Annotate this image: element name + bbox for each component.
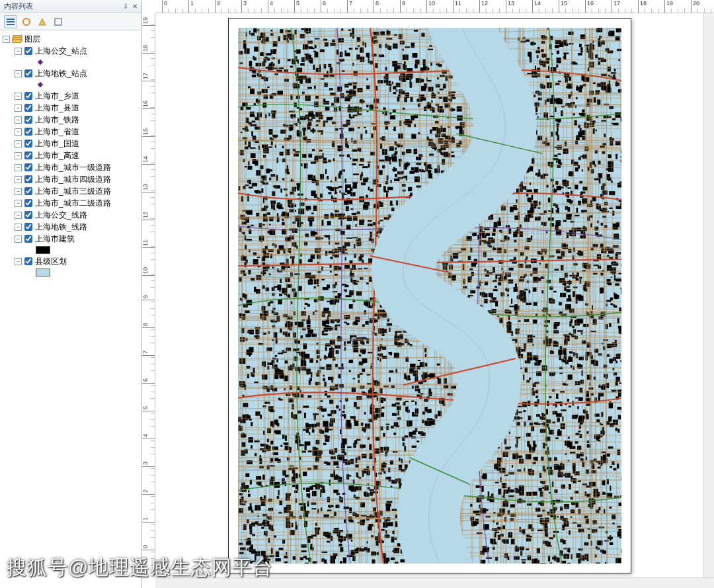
svg-rect-2983 (538, 97, 542, 100)
expand-toggle[interactable]: − (15, 93, 22, 100)
list-by-source-button[interactable] (20, 15, 33, 28)
expand-toggle[interactable]: − (15, 140, 22, 147)
layer-label[interactable]: 县级区划 (35, 256, 67, 267)
layer-symbol[interactable] (15, 57, 141, 67)
svg-marker-4 (39, 19, 46, 25)
svg-rect-489 (490, 538, 495, 543)
layer-symbol[interactable] (15, 267, 141, 278)
layer-label[interactable]: 上海市_城市二级道路 (35, 198, 111, 209)
layer-visibility-checkbox[interactable] (24, 92, 32, 100)
layer-visibility-checkbox[interactable] (24, 211, 32, 219)
layer-visibility-checkbox[interactable] (24, 199, 32, 207)
svg-rect-2373 (402, 54, 408, 60)
svg-rect-98 (532, 72, 537, 77)
svg-rect-1702 (249, 229, 251, 233)
layer-label[interactable]: 上海公交_线路 (35, 210, 87, 221)
layer-visibility-checkbox[interactable] (24, 151, 32, 159)
expand-toggle[interactable]: − (15, 105, 22, 112)
svg-rect-2751 (521, 349, 526, 351)
svg-rect-2383 (261, 256, 264, 261)
svg-rect-2651 (249, 562, 252, 564)
layer-visibility-checkbox[interactable] (24, 47, 32, 55)
layer-label[interactable]: 上海地铁_站点 (35, 68, 87, 79)
toc-tree[interactable]: − 图层 −上海公交_站点−上海地铁_站点−上海市_乡道−上海市_县道−上海市_… (0, 30, 141, 588)
layer-visibility-checkbox[interactable] (24, 235, 32, 243)
svg-rect-1210 (344, 414, 346, 419)
svg-rect-2363 (533, 441, 536, 446)
svg-rect-3108 (563, 181, 569, 186)
svg-rect-3171 (614, 294, 619, 298)
layer-label[interactable]: 上海市_高速 (35, 150, 79, 161)
svg-rect-56 (364, 42, 366, 47)
layer-label[interactable]: 上海地铁_线路 (35, 222, 87, 233)
layer-label[interactable]: 上海市_省道 (35, 126, 79, 138)
layer-visibility-checkbox[interactable] (24, 257, 32, 265)
svg-rect-3140 (567, 441, 572, 447)
layer-label[interactable]: 上海公交_站点 (35, 46, 87, 57)
layer-label[interactable]: 上海市建筑 (35, 233, 75, 245)
list-by-drawing-order-button[interactable] (4, 15, 17, 28)
horizontal-scrollbar[interactable] (155, 577, 714, 588)
expand-toggle[interactable]: − (15, 235, 22, 243)
list-by-selection-button[interactable] (52, 15, 65, 28)
expand-toggle[interactable]: − (15, 164, 22, 171)
svg-rect-1438 (568, 172, 571, 175)
layer-visibility-checkbox[interactable] (24, 175, 32, 183)
layer-visibility-checkbox[interactable] (24, 223, 32, 231)
svg-rect-1347 (511, 298, 512, 304)
layer-symbol[interactable] (15, 245, 141, 255)
layer-label[interactable]: 上海市_国道 (35, 138, 79, 149)
layer-visibility-checkbox[interactable] (24, 140, 32, 147)
svg-rect-3353 (582, 187, 587, 190)
layer-visibility-checkbox[interactable] (24, 104, 32, 112)
expand-toggle[interactable]: − (15, 116, 22, 124)
expand-toggle[interactable]: − (15, 128, 22, 136)
layout-canvas[interactable] (155, 13, 703, 577)
svg-rect-2528 (480, 560, 485, 563)
layer-label[interactable]: 上海市_城市三级道路 (35, 186, 111, 197)
svg-rect-649 (262, 155, 265, 158)
layer-visibility-checkbox[interactable] (24, 69, 32, 77)
expand-toggle[interactable]: − (15, 48, 22, 55)
svg-rect-1315 (268, 112, 270, 116)
svg-rect-1258 (383, 471, 385, 474)
expand-toggle[interactable]: − (15, 258, 22, 265)
map-data-frame[interactable] (238, 28, 621, 564)
svg-rect-1458 (383, 186, 385, 192)
svg-rect-3079 (268, 63, 274, 66)
expand-toggle[interactable]: − (15, 224, 22, 231)
svg-rect-841 (362, 472, 363, 476)
close-icon[interactable]: ✕ (131, 3, 139, 11)
svg-rect-1466 (369, 489, 374, 491)
expand-toggle[interactable]: − (15, 176, 22, 183)
layer-visibility-checkbox[interactable] (24, 187, 32, 195)
svg-rect-1578 (579, 434, 582, 438)
expand-toggle[interactable]: − (15, 188, 22, 195)
page-frame[interactable] (228, 18, 631, 573)
list-by-visibility-button[interactable] (36, 15, 49, 28)
expand-toggle[interactable]: − (3, 36, 10, 43)
layer-label[interactable]: 上海市_铁路 (35, 114, 79, 126)
layer-label[interactable]: 上海市_城市四级道路 (35, 174, 111, 185)
svg-rect-3006 (297, 60, 298, 63)
layer-label[interactable]: 上海市_乡道 (35, 91, 79, 102)
expand-toggle[interactable]: − (15, 212, 22, 219)
root-label[interactable]: 图层 (24, 34, 40, 45)
pin-icon[interactable]: ⇩ (122, 3, 130, 11)
svg-rect-368 (556, 50, 559, 54)
svg-rect-1117 (580, 47, 582, 52)
svg-rect-3154 (272, 357, 276, 359)
vertical-scrollbar[interactable] (703, 13, 714, 577)
vertical-ruler: 191817161514131211109876543210 (142, 13, 155, 577)
layer-label[interactable]: 上海市_城市一级道路 (35, 162, 111, 173)
layer-symbol[interactable] (15, 79, 141, 90)
svg-rect-3395 (327, 395, 330, 398)
svg-rect-2297 (385, 155, 389, 161)
expand-toggle[interactable]: − (15, 70, 22, 77)
layer-visibility-checkbox[interactable] (24, 116, 32, 124)
expand-toggle[interactable]: − (15, 200, 22, 207)
expand-toggle[interactable]: − (15, 152, 22, 159)
layer-visibility-checkbox[interactable] (24, 163, 32, 171)
layer-label[interactable]: 上海市_县道 (35, 103, 79, 114)
layer-visibility-checkbox[interactable] (24, 128, 32, 136)
